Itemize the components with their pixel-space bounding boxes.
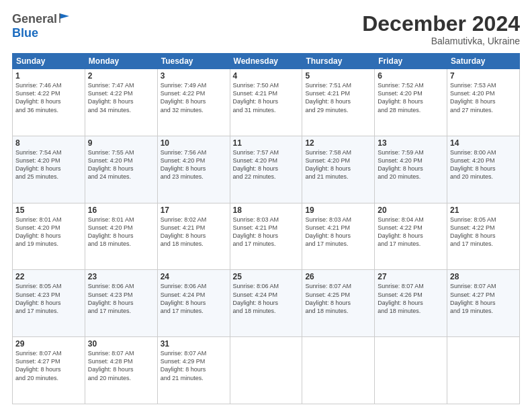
calendar-cell: 20Sunrise: 8:04 AM Sunset: 4:22 PM Dayli…: [375, 203, 447, 270]
day-info: Sunrise: 7:46 AM Sunset: 4:22 PM Dayligh…: [15, 81, 82, 114]
weekday-header-thursday: Thursday: [302, 54, 375, 69]
day-number: 8: [15, 138, 82, 148]
header: General Blue December 2024 Balamutivka, …: [12, 12, 520, 46]
day-info: Sunrise: 8:03 AM Sunset: 4:21 PM Dayligh…: [233, 216, 300, 248]
calendar-cell: 19Sunrise: 8:03 AM Sunset: 4:21 PM Dayli…: [302, 203, 375, 270]
calendar-cell: [302, 337, 375, 404]
day-info: Sunrise: 8:07 AM Sunset: 4:27 PM Dayligh…: [15, 349, 82, 382]
calendar-cell: 11Sunrise: 7:57 AM Sunset: 4:20 PM Dayli…: [230, 136, 302, 203]
calendar-cell: 14Sunrise: 8:00 AM Sunset: 4:20 PM Dayli…: [447, 136, 520, 203]
day-number: 5: [305, 71, 371, 81]
day-info: Sunrise: 7:59 AM Sunset: 4:20 PM Dayligh…: [378, 148, 444, 181]
day-info: Sunrise: 8:06 AM Sunset: 4:23 PM Dayligh…: [88, 282, 154, 315]
calendar-cell: 8Sunrise: 7:54 AM Sunset: 4:20 PM Daylig…: [13, 136, 85, 203]
day-info: Sunrise: 8:00 AM Sunset: 4:20 PM Dayligh…: [450, 148, 517, 181]
day-number: 27: [378, 272, 444, 281]
calendar-header-row: SundayMondayTuesdayWednesdayThursdayFrid…: [13, 54, 520, 69]
logo-text: General: [12, 12, 71, 26]
day-number: 7: [450, 71, 517, 81]
calendar-cell: 23Sunrise: 8:06 AM Sunset: 4:23 PM Dayli…: [85, 270, 157, 337]
day-number: 1: [15, 71, 82, 81]
day-number: 14: [450, 138, 517, 148]
weekday-header-tuesday: Tuesday: [157, 54, 230, 69]
day-info: Sunrise: 8:01 AM Sunset: 4:20 PM Dayligh…: [15, 216, 82, 248]
calendar-cell: 2Sunrise: 7:47 AM Sunset: 4:22 PM Daylig…: [85, 69, 157, 136]
calendar-cell: 24Sunrise: 8:06 AM Sunset: 4:24 PM Dayli…: [157, 270, 230, 337]
calendar-week-row: 29Sunrise: 8:07 AM Sunset: 4:27 PM Dayli…: [13, 337, 520, 404]
calendar-cell: 28Sunrise: 8:07 AM Sunset: 4:27 PM Dayli…: [447, 270, 520, 337]
day-number: 12: [305, 138, 371, 148]
calendar-cell: 31Sunrise: 8:07 AM Sunset: 4:29 PM Dayli…: [157, 337, 230, 404]
weekday-header-saturday: Saturday: [447, 54, 520, 69]
day-info: Sunrise: 8:06 AM Sunset: 4:24 PM Dayligh…: [161, 282, 227, 315]
day-number: 23: [88, 272, 154, 281]
day-info: Sunrise: 8:02 AM Sunset: 4:21 PM Dayligh…: [161, 216, 227, 248]
page: General Blue December 2024 Balamutivka, …: [0, 0, 532, 411]
day-number: 31: [161, 339, 227, 349]
calendar-cell: 21Sunrise: 8:05 AM Sunset: 4:22 PM Dayli…: [447, 203, 520, 270]
day-number: 18: [233, 205, 300, 215]
svg-marker-0: [60, 13, 69, 19]
day-info: Sunrise: 8:07 AM Sunset: 4:28 PM Dayligh…: [88, 349, 154, 382]
day-number: 28: [450, 272, 517, 281]
weekday-header-sunday: Sunday: [13, 54, 85, 69]
day-number: 26: [305, 272, 371, 281]
day-number: 10: [161, 138, 227, 148]
day-info: Sunrise: 8:03 AM Sunset: 4:21 PM Dayligh…: [305, 216, 371, 248]
day-info: Sunrise: 7:57 AM Sunset: 4:20 PM Dayligh…: [233, 148, 300, 181]
day-info: Sunrise: 7:51 AM Sunset: 4:21 PM Dayligh…: [305, 81, 371, 114]
logo-flag-icon: [58, 12, 71, 24]
calendar-cell: 13Sunrise: 7:59 AM Sunset: 4:20 PM Dayli…: [375, 136, 447, 203]
day-number: 24: [161, 272, 227, 281]
day-number: 25: [233, 272, 300, 281]
calendar-cell: 17Sunrise: 8:02 AM Sunset: 4:21 PM Dayli…: [157, 203, 230, 270]
day-number: 2: [88, 71, 154, 81]
day-info: Sunrise: 7:50 AM Sunset: 4:21 PM Dayligh…: [233, 81, 300, 114]
day-info: Sunrise: 8:05 AM Sunset: 4:23 PM Dayligh…: [15, 282, 82, 315]
subtitle: Balamutivka, Ukraine: [362, 36, 520, 46]
day-number: 11: [233, 138, 300, 148]
day-number: 30: [88, 339, 154, 349]
day-info: Sunrise: 8:01 AM Sunset: 4:20 PM Dayligh…: [88, 216, 154, 248]
calendar-cell: 22Sunrise: 8:05 AM Sunset: 4:23 PM Dayli…: [13, 270, 85, 337]
day-info: Sunrise: 7:58 AM Sunset: 4:20 PM Dayligh…: [305, 148, 371, 181]
day-number: 22: [15, 272, 82, 281]
day-info: Sunrise: 8:06 AM Sunset: 4:24 PM Dayligh…: [233, 282, 300, 315]
calendar-cell: 25Sunrise: 8:06 AM Sunset: 4:24 PM Dayli…: [230, 270, 302, 337]
calendar-cell: 29Sunrise: 8:07 AM Sunset: 4:27 PM Dayli…: [13, 337, 85, 404]
day-number: 19: [305, 205, 371, 215]
title-block: December 2024 Balamutivka, Ukraine: [362, 12, 520, 46]
day-info: Sunrise: 7:47 AM Sunset: 4:22 PM Dayligh…: [88, 81, 154, 114]
calendar-cell: 6Sunrise: 7:52 AM Sunset: 4:20 PM Daylig…: [375, 69, 447, 136]
day-number: 6: [378, 71, 444, 81]
day-info: Sunrise: 8:07 AM Sunset: 4:26 PM Dayligh…: [378, 282, 444, 315]
logo-general: General: [12, 12, 57, 26]
day-info: Sunrise: 8:07 AM Sunset: 4:25 PM Dayligh…: [305, 282, 371, 315]
calendar-cell: 1Sunrise: 7:46 AM Sunset: 4:22 PM Daylig…: [13, 69, 85, 136]
day-number: 20: [378, 205, 444, 215]
day-info: Sunrise: 7:52 AM Sunset: 4:20 PM Dayligh…: [378, 81, 444, 114]
calendar-cell: 15Sunrise: 8:01 AM Sunset: 4:20 PM Dayli…: [13, 203, 85, 270]
day-info: Sunrise: 8:07 AM Sunset: 4:27 PM Dayligh…: [450, 282, 517, 315]
calendar-cell: 5Sunrise: 7:51 AM Sunset: 4:21 PM Daylig…: [302, 69, 375, 136]
calendar-week-row: 15Sunrise: 8:01 AM Sunset: 4:20 PM Dayli…: [13, 203, 520, 270]
day-number: 3: [161, 71, 227, 81]
calendar: SundayMondayTuesdayWednesdayThursdayFrid…: [12, 53, 520, 404]
calendar-cell: 30Sunrise: 8:07 AM Sunset: 4:28 PM Dayli…: [85, 337, 157, 404]
calendar-cell: 4Sunrise: 7:50 AM Sunset: 4:21 PM Daylig…: [230, 69, 302, 136]
day-number: 4: [233, 71, 300, 81]
day-info: Sunrise: 8:04 AM Sunset: 4:22 PM Dayligh…: [378, 216, 444, 248]
calendar-week-row: 8Sunrise: 7:54 AM Sunset: 4:20 PM Daylig…: [13, 136, 520, 203]
day-number: 16: [88, 205, 154, 215]
day-number: 17: [161, 205, 227, 215]
calendar-cell: 9Sunrise: 7:55 AM Sunset: 4:20 PM Daylig…: [85, 136, 157, 203]
calendar-cell: [375, 337, 447, 404]
calendar-cell: 16Sunrise: 8:01 AM Sunset: 4:20 PM Dayli…: [85, 203, 157, 270]
day-number: 29: [15, 339, 82, 349]
logo: General Blue: [12, 12, 71, 40]
calendar-cell: 18Sunrise: 8:03 AM Sunset: 4:21 PM Dayli…: [230, 203, 302, 270]
day-info: Sunrise: 7:55 AM Sunset: 4:20 PM Dayligh…: [88, 148, 154, 181]
weekday-header-friday: Friday: [375, 54, 447, 69]
weekday-header-monday: Monday: [85, 54, 157, 69]
day-number: 21: [450, 205, 517, 215]
